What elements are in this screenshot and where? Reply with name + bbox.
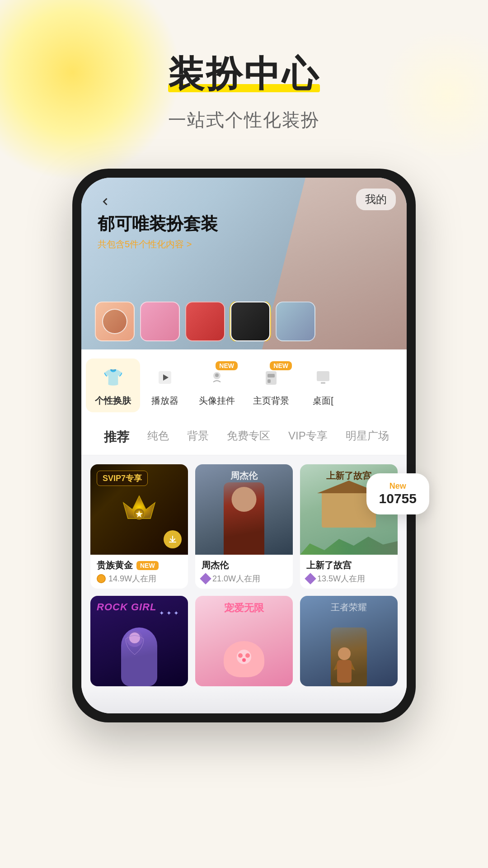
card-gold-new: NEW — [136, 561, 159, 570]
card-gold-info: 贵族黄金 NEW 14.9W人在用 — [90, 555, 188, 589]
cat-homebg-label: 主页背景 — [253, 395, 289, 407]
thumb-avatar[interactable] — [95, 302, 135, 341]
svg-rect-20 — [337, 660, 352, 683]
card-rock-image: ROCK GIRL ✦ ✦ ✦ — [90, 596, 188, 686]
phone-wrapper: 我的 郁可唯装扮套装 共包含5件个性化内容 > — [0, 169, 488, 722]
palace-label: 上新了故宫 — [326, 470, 371, 482]
king-character-svg — [331, 646, 358, 686]
header-section: 装扮中心 一站式个性化装扮 — [0, 0, 488, 160]
svg-point-19 — [338, 647, 351, 660]
content-grid: SVIP7专享 — [81, 455, 407, 686]
svg-point-16 — [238, 653, 243, 658]
floating-new-text: New — [379, 481, 417, 491]
svg-rect-4 — [266, 371, 277, 385]
king-label: 王者荣耀 — [331, 601, 367, 613]
bottom-fade — [81, 686, 407, 713]
diamond-icon — [200, 573, 211, 584]
filter-pure[interactable]: 纯色 — [138, 425, 178, 449]
thumb-red[interactable] — [185, 302, 225, 341]
card-king-image: 王者荣耀 — [300, 596, 398, 686]
card-gold-users: 14.9W人在用 — [97, 573, 182, 584]
card-king[interactable]: 王者荣耀 — [300, 596, 398, 686]
cat-desktop[interactable]: 桌面[ — [298, 359, 348, 412]
filter-star[interactable]: 明星广场 — [337, 425, 398, 449]
svg-rect-5 — [267, 374, 275, 377]
card-pet[interactable]: 宠爱无限 — [195, 596, 293, 686]
phone-mockup: 我的 郁可唯装扮套装 共包含5件个性化内容 > — [72, 169, 416, 722]
card-pet-image: 宠爱无限 — [195, 596, 293, 686]
filter-free[interactable]: 免费专区 — [218, 425, 279, 449]
page-subtitle: 一站式个性化装扮 — [0, 108, 488, 132]
svg-point-17 — [245, 653, 250, 658]
svip-badge: SVIP7专享 — [97, 471, 148, 486]
cat-skin-label: 个性换肤 — [95, 395, 131, 407]
coin-icon — [97, 574, 106, 583]
card-jay[interactable]: 周杰伦 周杰伦 21.0W人在用 — [195, 464, 293, 589]
thumb-scene[interactable] — [276, 302, 315, 341]
floating-new-badge: New 10755 — [366, 473, 429, 514]
card-jay-info: 周杰伦 21.0W人在用 — [195, 555, 293, 589]
my-button[interactable]: 我的 — [356, 189, 396, 210]
king-figure — [331, 627, 367, 686]
card-gold-image: SVIP7专享 — [90, 464, 188, 555]
filter-tabs: 推荐 纯色 背景 免费专区 VIP专享 明星广场 — [81, 417, 407, 455]
card-jay-image: 周杰伦 — [195, 464, 293, 555]
card-jay-users: 21.0W人在用 — [202, 573, 286, 584]
svg-rect-6 — [267, 379, 271, 383]
filter-vip[interactable]: VIP专享 — [279, 425, 337, 449]
cat-skin[interactable]: 👕 个性换肤 — [86, 359, 140, 412]
cat-player-label: 播放器 — [151, 395, 178, 407]
jay-figure — [224, 482, 264, 555]
thumb-pink[interactable] — [140, 302, 180, 341]
svg-rect-7 — [317, 371, 329, 381]
svg-rect-8 — [321, 382, 325, 384]
filter-recommend[interactable]: 推荐 — [95, 425, 138, 449]
pet-character — [224, 641, 264, 677]
tshirt-icon: 👕 — [99, 364, 127, 391]
player-icon — [151, 364, 178, 391]
card-palace-info: 上新了故宫 13.5W人在用 — [300, 555, 398, 589]
filter-bg[interactable]: 背景 — [178, 425, 218, 449]
new-badge-avatar: NEW — [216, 361, 238, 370]
svg-point-13 — [129, 632, 140, 643]
thumb-dark[interactable] — [230, 302, 270, 341]
pet-svg — [228, 646, 260, 673]
cat-avatar-label: 头像挂件 — [199, 395, 235, 407]
phone-screen: 我的 郁可唯装扮套装 共包含5件个性化内容 > — [81, 178, 407, 713]
category-nav: 👕 个性换肤 播放器 NEW 头像挂件 NEW — [81, 349, 407, 417]
card-gold-name: 贵族黄金 — [97, 559, 133, 571]
cat-homebg[interactable]: NEW 主页背景 — [244, 359, 298, 412]
banner-title: 郁可唯装扮套装 共包含5件个性化内容 > — [98, 214, 218, 250]
banner-thumbnails — [81, 302, 407, 341]
diamond-icon-2 — [305, 573, 316, 584]
jay-face — [232, 487, 257, 512]
gold-crown-svg — [119, 491, 160, 528]
rock-head-svg — [121, 630, 148, 657]
card-jay-name: 周杰伦 — [202, 559, 229, 571]
svg-point-3 — [215, 373, 219, 377]
card-palace-name: 上新了故宫 — [306, 559, 352, 571]
palace-mountains — [300, 532, 398, 555]
pet-label: 宠爱无限 — [224, 601, 264, 615]
cat-avatar[interactable]: NEW 头像挂件 — [190, 359, 244, 412]
jay-label: 周杰伦 — [230, 470, 258, 482]
desktop-icon — [310, 364, 337, 391]
back-button[interactable] — [94, 190, 117, 213]
banner-area: 我的 郁可唯装扮套装 共包含5件个性化内容 > — [81, 178, 407, 349]
rock-label: ROCK GIRL — [97, 601, 156, 613]
card-palace-users: 13.5W人在用 — [306, 573, 391, 584]
rock-stars: ✦ ✦ ✦ — [159, 609, 179, 617]
cat-desktop-label: 桌面[ — [313, 395, 333, 407]
download-badge[interactable] — [164, 530, 182, 548]
page-title: 装扮中心 — [168, 54, 320, 94]
rock-figure — [121, 627, 157, 686]
svg-point-18 — [242, 658, 246, 662]
card-rock[interactable]: ROCK GIRL ✦ ✦ ✦ — [90, 596, 188, 686]
new-badge-homebg: NEW — [270, 361, 292, 370]
card-gold[interactable]: SVIP7专享 — [90, 464, 188, 589]
floating-new-num: 10755 — [379, 491, 417, 506]
cat-player[interactable]: 播放器 — [140, 359, 190, 412]
